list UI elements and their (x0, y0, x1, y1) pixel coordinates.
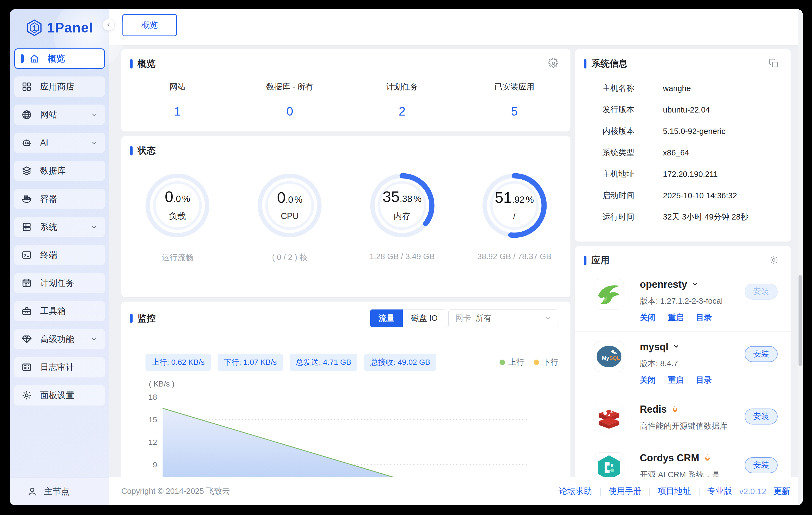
install-button-redis[interactable]: 安装 (745, 408, 778, 425)
scrollbar-thumb[interactable] (799, 275, 802, 366)
tab-traffic[interactable]: 流量 (370, 310, 403, 327)
chart-legend: 上行 下行 (499, 357, 558, 368)
legend-dot-upload (499, 360, 505, 365)
footer: Copyright © 2014-2025 飞致云 论坛求助 | 使用手册 | … (109, 477, 803, 505)
chevron-down-icon[interactable] (691, 280, 699, 289)
globe-icon (22, 109, 32, 120)
stat-cronjobs-value[interactable]: 2 (346, 105, 458, 118)
tab-overview[interactable]: 概览 (122, 14, 177, 36)
sidebar-item-website[interactable]: 网站 (14, 105, 105, 125)
gem-icon (22, 334, 32, 345)
stat-installed-apps: 已安装应用 5 (458, 81, 571, 118)
sidebar-item-ai[interactable]: AI (14, 133, 105, 153)
footer-link-project[interactable]: 项目地址 (658, 486, 691, 497)
home-icon (29, 53, 40, 64)
stat-installed-apps-value[interactable]: 5 (458, 105, 571, 118)
sysinfo-row-boot-time: 启动时间2025-10-10 14:36:32 (575, 185, 791, 206)
hot-flame-icon (703, 453, 712, 463)
app-version: 版本: 8.4.7 (640, 357, 745, 369)
app-description: 开源 AI CRM 系统，是 Salesforce CRM 的开源替代 (640, 469, 745, 477)
badge-total-received: 总接收: 49.02 GB (364, 354, 436, 371)
chevron-down-icon (90, 111, 98, 118)
layers-icon (22, 165, 32, 176)
app-row-cordys-crm: Cordys CRM 开源 AI CRM 系统，是 Salesforce CRM… (575, 443, 791, 477)
chevron-down-icon (90, 139, 98, 146)
divider: | (698, 487, 700, 496)
traffic-area-chart: 1815129 (121, 302, 571, 477)
legend-dot-download (533, 360, 539, 365)
install-button-cordys-crm[interactable]: 安装 (745, 457, 778, 473)
section-accent (130, 314, 133, 323)
stat-websites-value[interactable]: 1 (121, 105, 234, 118)
sidebar-item-pro[interactable]: 高级功能 (14, 329, 105, 349)
badge-up-rate: 上行: 0.62 KB/s (146, 354, 211, 371)
app-action-restart[interactable]: 重启 (668, 375, 684, 386)
sidebar-item-terminal[interactable]: 终端 (14, 245, 105, 265)
svg-text:9: 9 (153, 460, 157, 469)
page-scrollbar (798, 9, 803, 505)
apps-title: 应用 (591, 254, 610, 266)
user-icon (27, 486, 37, 497)
badge-down-rate: 下行: 1.07 KB/s (218, 354, 283, 371)
sidebar-item-logs[interactable]: 日志审计 (14, 357, 105, 377)
monitor-title: 监控 (138, 312, 156, 325)
copy-icon[interactable] (769, 58, 779, 69)
sidebar-item-database[interactable]: 数据库 (14, 161, 105, 181)
app-list: openresty 版本: 1.27.1.2-2-3-focal 关闭 重启 目… (575, 269, 791, 477)
footer-link-pro[interactable]: 专业版 (707, 486, 732, 497)
app-action-directory[interactable]: 目录 (696, 312, 712, 323)
sysinfo-row-hostname: 主机名称wanghe (575, 78, 791, 99)
logo[interactable]: 1 1Panel (10, 9, 109, 46)
main-content: 概览 网站 1 数据库 - 所有 0 (109, 46, 803, 477)
overview-settings-gear-icon[interactable] (549, 58, 558, 69)
docker-icon (22, 193, 32, 204)
node-switcher[interactable]: 主节点 (10, 478, 109, 505)
app-action-stop[interactable]: 关闭 (640, 312, 656, 323)
apps-settings-gear-icon[interactable] (769, 255, 779, 266)
appstore-icon (22, 81, 32, 92)
chevron-down-icon[interactable] (672, 343, 680, 351)
sidebar-item-cron[interactable]: 计划任务 (14, 273, 105, 293)
install-button-mysql[interactable]: 安装 (745, 346, 778, 362)
robot-icon (22, 137, 32, 148)
server-icon (22, 222, 32, 232)
sidebar-item-settings[interactable]: 面板设置 (14, 385, 105, 405)
gauge-disk-root: 51.92 % / 38.92 GB / 78.37 GB (458, 170, 571, 263)
chevron-down-icon (90, 223, 98, 231)
stat-databases-value[interactable]: 0 (234, 105, 346, 118)
log-audit-icon (22, 362, 32, 373)
sidebar-item-container[interactable]: 容器 (14, 189, 105, 209)
chevron-left-icon (106, 22, 112, 28)
legend-upload[interactable]: 上行 (499, 357, 524, 368)
network-card-select[interactable]: 网卡 所有 (448, 310, 558, 327)
app-row-openresty: openresty 版本: 1.27.1.2-2-3-focal 关闭 重启 目… (575, 269, 791, 332)
sidebar-item-appstore[interactable]: 应用商店 (14, 77, 105, 97)
logo-wordmark: 1Panel (47, 20, 93, 36)
section-accent (130, 59, 133, 68)
cordys-crm-icon (593, 452, 625, 477)
svg-text:15: 15 (148, 416, 157, 424)
mysql-icon: MySQL (593, 341, 625, 372)
update-link[interactable]: 更新 (774, 486, 790, 497)
redis-icon (593, 404, 625, 434)
app-action-stop[interactable]: 关闭 (640, 375, 656, 386)
footer-link-manual[interactable]: 使用手册 (608, 486, 641, 497)
app-action-directory[interactable]: 目录 (696, 375, 712, 386)
gauge-memory-caption: 1.28 GB / 3.49 GB (370, 252, 435, 261)
sysinfo-title: 系统信息 (591, 57, 628, 70)
divider: | (648, 487, 651, 496)
status-card: 状态 0.0 % (121, 136, 571, 297)
sidebar-item-system[interactable]: 系统 (14, 217, 105, 237)
app-action-restart[interactable]: 重启 (668, 312, 684, 323)
tab-disk-io[interactable]: 磁盘 IO (403, 310, 446, 327)
install-button-openresty[interactable]: 安装 (745, 284, 778, 299)
monitor-mode-switch: 流量 磁盘 IO (370, 309, 446, 327)
active-indicator (21, 54, 24, 63)
gauge-load-caption: 运行流畅 (162, 252, 193, 263)
sidebar-collapse-button[interactable] (103, 19, 115, 31)
sidebar-item-toolbox[interactable]: 工具箱 (14, 301, 105, 321)
legend-download[interactable]: 下行 (533, 357, 558, 368)
footer-link-forum[interactable]: 论坛求助 (559, 486, 592, 497)
sidebar-item-overview[interactable]: 概览 (14, 49, 105, 69)
overview-card: 概览 网站 1 数据库 - 所有 0 (121, 49, 571, 132)
